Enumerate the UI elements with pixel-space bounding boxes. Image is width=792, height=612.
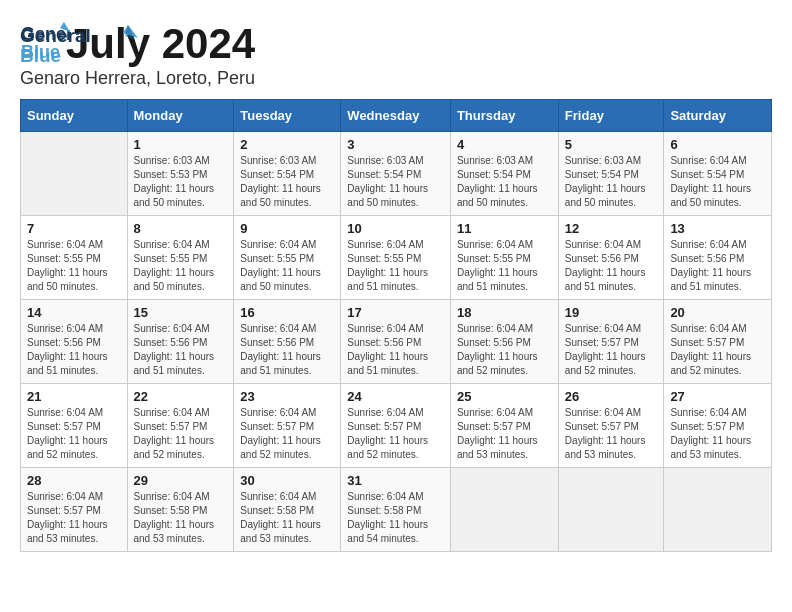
day-number: 23 <box>240 389 334 404</box>
logo-real: General Blue <box>20 20 140 70</box>
calendar-cell <box>21 132 128 216</box>
day-info: Sunrise: 6:04 AM Sunset: 5:55 PM Dayligh… <box>27 238 121 294</box>
day-info: Sunrise: 6:04 AM Sunset: 5:57 PM Dayligh… <box>457 406 552 462</box>
calendar-day-header: Friday <box>558 100 664 132</box>
day-number: 14 <box>27 305 121 320</box>
calendar-cell <box>664 468 772 552</box>
calendar-day-header: Thursday <box>450 100 558 132</box>
logo-full-svg: General Blue <box>20 20 140 70</box>
day-info: Sunrise: 6:03 AM Sunset: 5:54 PM Dayligh… <box>565 154 658 210</box>
calendar-table: SundayMondayTuesdayWednesdayThursdayFrid… <box>20 99 772 552</box>
calendar-cell: 15Sunrise: 6:04 AM Sunset: 5:56 PM Dayli… <box>127 300 234 384</box>
calendar-cell <box>450 468 558 552</box>
day-info: Sunrise: 6:04 AM Sunset: 5:56 PM Dayligh… <box>134 322 228 378</box>
day-info: Sunrise: 6:03 AM Sunset: 5:54 PM Dayligh… <box>347 154 444 210</box>
calendar-header-row: SundayMondayTuesdayWednesdayThursdayFrid… <box>21 100 772 132</box>
day-info: Sunrise: 6:04 AM Sunset: 5:57 PM Dayligh… <box>670 322 765 378</box>
day-info: Sunrise: 6:04 AM Sunset: 5:57 PM Dayligh… <box>240 406 334 462</box>
day-info: Sunrise: 6:04 AM Sunset: 5:57 PM Dayligh… <box>27 406 121 462</box>
day-info: Sunrise: 6:04 AM Sunset: 5:55 PM Dayligh… <box>240 238 334 294</box>
calendar-cell: 25Sunrise: 6:04 AM Sunset: 5:57 PM Dayli… <box>450 384 558 468</box>
day-info: Sunrise: 6:04 AM Sunset: 5:55 PM Dayligh… <box>347 238 444 294</box>
calendar-cell: 13Sunrise: 6:04 AM Sunset: 5:56 PM Dayli… <box>664 216 772 300</box>
calendar-cell: 23Sunrise: 6:04 AM Sunset: 5:57 PM Dayli… <box>234 384 341 468</box>
day-info: Sunrise: 6:04 AM Sunset: 5:56 PM Dayligh… <box>670 238 765 294</box>
day-number: 15 <box>134 305 228 320</box>
calendar-cell: 19Sunrise: 6:04 AM Sunset: 5:57 PM Dayli… <box>558 300 664 384</box>
day-info: Sunrise: 6:04 AM Sunset: 5:55 PM Dayligh… <box>134 238 228 294</box>
calendar-cell: 12Sunrise: 6:04 AM Sunset: 5:56 PM Dayli… <box>558 216 664 300</box>
day-number: 24 <box>347 389 444 404</box>
calendar-cell: 18Sunrise: 6:04 AM Sunset: 5:56 PM Dayli… <box>450 300 558 384</box>
day-number: 30 <box>240 473 334 488</box>
day-info: Sunrise: 6:04 AM Sunset: 5:56 PM Dayligh… <box>565 238 658 294</box>
calendar-week-row: 14Sunrise: 6:04 AM Sunset: 5:56 PM Dayli… <box>21 300 772 384</box>
calendar-cell: 21Sunrise: 6:04 AM Sunset: 5:57 PM Dayli… <box>21 384 128 468</box>
calendar-cell: 8Sunrise: 6:04 AM Sunset: 5:55 PM Daylig… <box>127 216 234 300</box>
day-info: Sunrise: 6:04 AM Sunset: 5:56 PM Dayligh… <box>240 322 334 378</box>
day-info: Sunrise: 6:04 AM Sunset: 5:57 PM Dayligh… <box>27 490 121 546</box>
calendar-week-row: 28Sunrise: 6:04 AM Sunset: 5:57 PM Dayli… <box>21 468 772 552</box>
day-number: 28 <box>27 473 121 488</box>
calendar-cell: 11Sunrise: 6:04 AM Sunset: 5:55 PM Dayli… <box>450 216 558 300</box>
day-number: 1 <box>134 137 228 152</box>
day-number: 18 <box>457 305 552 320</box>
calendar-cell: 14Sunrise: 6:04 AM Sunset: 5:56 PM Dayli… <box>21 300 128 384</box>
calendar-cell: 26Sunrise: 6:04 AM Sunset: 5:57 PM Dayli… <box>558 384 664 468</box>
day-number: 9 <box>240 221 334 236</box>
calendar-week-row: 1Sunrise: 6:03 AM Sunset: 5:53 PM Daylig… <box>21 132 772 216</box>
calendar-cell: 24Sunrise: 6:04 AM Sunset: 5:57 PM Dayli… <box>341 384 451 468</box>
calendar-day-header: Monday <box>127 100 234 132</box>
day-info: Sunrise: 6:04 AM Sunset: 5:56 PM Dayligh… <box>27 322 121 378</box>
calendar-cell: 5Sunrise: 6:03 AM Sunset: 5:54 PM Daylig… <box>558 132 664 216</box>
day-number: 3 <box>347 137 444 152</box>
day-info: Sunrise: 6:04 AM Sunset: 5:56 PM Dayligh… <box>457 322 552 378</box>
calendar-cell: 31Sunrise: 6:04 AM Sunset: 5:58 PM Dayli… <box>341 468 451 552</box>
day-number: 6 <box>670 137 765 152</box>
day-number: 20 <box>670 305 765 320</box>
calendar-cell: 7Sunrise: 6:04 AM Sunset: 5:55 PM Daylig… <box>21 216 128 300</box>
day-number: 16 <box>240 305 334 320</box>
day-number: 17 <box>347 305 444 320</box>
day-info: Sunrise: 6:04 AM Sunset: 5:55 PM Dayligh… <box>457 238 552 294</box>
day-number: 10 <box>347 221 444 236</box>
calendar-cell: 16Sunrise: 6:04 AM Sunset: 5:56 PM Dayli… <box>234 300 341 384</box>
day-info: Sunrise: 6:04 AM Sunset: 5:57 PM Dayligh… <box>565 406 658 462</box>
calendar-day-header: Wednesday <box>341 100 451 132</box>
calendar-week-row: 7Sunrise: 6:04 AM Sunset: 5:55 PM Daylig… <box>21 216 772 300</box>
calendar-day-header: Tuesday <box>234 100 341 132</box>
day-info: Sunrise: 6:04 AM Sunset: 5:57 PM Dayligh… <box>670 406 765 462</box>
calendar-cell: 9Sunrise: 6:04 AM Sunset: 5:55 PM Daylig… <box>234 216 341 300</box>
calendar-cell: 6Sunrise: 6:04 AM Sunset: 5:54 PM Daylig… <box>664 132 772 216</box>
day-info: Sunrise: 6:03 AM Sunset: 5:54 PM Dayligh… <box>457 154 552 210</box>
day-number: 11 <box>457 221 552 236</box>
calendar-cell: 30Sunrise: 6:04 AM Sunset: 5:58 PM Dayli… <box>234 468 341 552</box>
calendar-cell <box>558 468 664 552</box>
day-info: Sunrise: 6:03 AM Sunset: 5:54 PM Dayligh… <box>240 154 334 210</box>
calendar-cell: 10Sunrise: 6:04 AM Sunset: 5:55 PM Dayli… <box>341 216 451 300</box>
calendar-cell: 22Sunrise: 6:04 AM Sunset: 5:57 PM Dayli… <box>127 384 234 468</box>
day-number: 7 <box>27 221 121 236</box>
calendar-day-header: Saturday <box>664 100 772 132</box>
svg-text:Blue: Blue <box>20 45 61 66</box>
day-number: 8 <box>134 221 228 236</box>
day-info: Sunrise: 6:04 AM Sunset: 5:58 PM Dayligh… <box>240 490 334 546</box>
day-info: Sunrise: 6:03 AM Sunset: 5:53 PM Dayligh… <box>134 154 228 210</box>
day-number: 31 <box>347 473 444 488</box>
calendar-cell: 29Sunrise: 6:04 AM Sunset: 5:58 PM Dayli… <box>127 468 234 552</box>
page-subtitle: Genaro Herrera, Loreto, Peru <box>20 68 255 89</box>
calendar-cell: 27Sunrise: 6:04 AM Sunset: 5:57 PM Dayli… <box>664 384 772 468</box>
day-info: Sunrise: 6:04 AM Sunset: 5:58 PM Dayligh… <box>347 490 444 546</box>
calendar-day-header: Sunday <box>21 100 128 132</box>
calendar-cell: 4Sunrise: 6:03 AM Sunset: 5:54 PM Daylig… <box>450 132 558 216</box>
day-info: Sunrise: 6:04 AM Sunset: 5:57 PM Dayligh… <box>347 406 444 462</box>
day-number: 25 <box>457 389 552 404</box>
day-number: 22 <box>134 389 228 404</box>
day-info: Sunrise: 6:04 AM Sunset: 5:54 PM Dayligh… <box>670 154 765 210</box>
day-number: 2 <box>240 137 334 152</box>
day-number: 4 <box>457 137 552 152</box>
day-number: 12 <box>565 221 658 236</box>
calendar-cell: 2Sunrise: 6:03 AM Sunset: 5:54 PM Daylig… <box>234 132 341 216</box>
calendar-cell: 28Sunrise: 6:04 AM Sunset: 5:57 PM Dayli… <box>21 468 128 552</box>
day-info: Sunrise: 6:04 AM Sunset: 5:56 PM Dayligh… <box>347 322 444 378</box>
